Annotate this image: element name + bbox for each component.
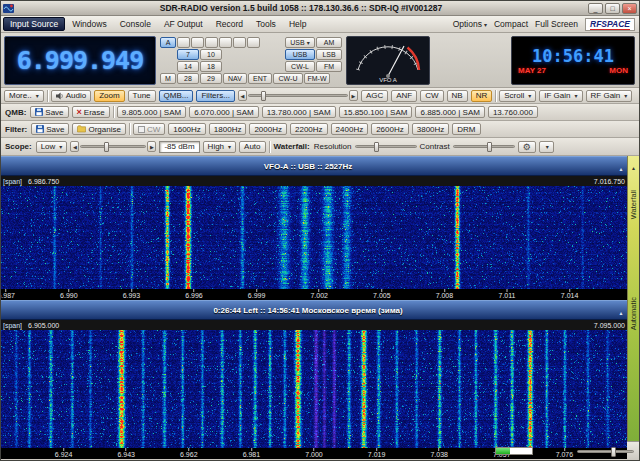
fullscreen-button[interactable]: Full Screen: [535, 19, 578, 29]
slider-thumb[interactable]: [611, 447, 616, 457]
af-gain-slider[interactable]: [577, 450, 634, 453]
collapse-up-icon[interactable]: [615, 157, 627, 175]
collapse-up-icon[interactable]: [615, 301, 627, 319]
nav-button[interactable]: NAV: [223, 73, 247, 84]
qmb-memory-button[interactable]: 15.850.100 | SAM: [339, 106, 413, 118]
waterfall2-display[interactable]: [1, 330, 627, 448]
display-options-combo[interactable]: [539, 141, 554, 153]
filter-bandwidth-button[interactable]: 2600Hz: [371, 123, 409, 135]
filter-organise-button[interactable]: Organise: [72, 123, 125, 135]
span-button[interactable]: [span]: [3, 322, 22, 329]
close-button[interactable]: ×: [622, 3, 637, 14]
nr-button[interactable]: NR: [471, 90, 493, 102]
band-10-button[interactable]: 10: [200, 49, 222, 60]
tab-help[interactable]: Help: [283, 17, 312, 31]
span-button[interactable]: [span]: [3, 178, 22, 185]
filter-drm-button[interactable]: DRM: [452, 123, 480, 135]
agc-button[interactable]: AGC: [361, 90, 388, 102]
tab-console[interactable]: Console: [114, 17, 157, 31]
filter-bandwidth-button[interactable]: 2200Hz: [290, 123, 328, 135]
mode-cwu-button[interactable]: CW-U: [273, 73, 303, 84]
filter-bandwidth-button[interactable]: 2000Hz: [249, 123, 287, 135]
mode-fm-button[interactable]: FM: [316, 61, 342, 72]
qmb-memory-button[interactable]: 13.760.000: [488, 106, 538, 118]
tune-button[interactable]: Tune: [128, 90, 156, 102]
filter-bandwidth-button[interactable]: 1600Hz: [168, 123, 206, 135]
slider-right-icon[interactable]: [349, 90, 358, 101]
contrast-slider[interactable]: [453, 145, 515, 148]
waterfall1-display[interactable]: [1, 186, 627, 289]
zoom-slider[interactable]: [238, 90, 358, 101]
filters-button[interactable]: Filters...: [196, 90, 234, 102]
filter-cw-toggle[interactable]: CW: [133, 123, 165, 135]
slider-thumb[interactable]: [487, 142, 492, 152]
qmb-memory-button[interactable]: 9.805.000 | SAM: [117, 106, 186, 118]
band-28-button[interactable]: 28: [177, 73, 199, 84]
scope-high-combo[interactable]: High: [203, 141, 236, 153]
quick-memory-button[interactable]: [177, 37, 190, 48]
mode-fmw-button[interactable]: FM-W: [304, 73, 330, 84]
filter-bandwidth-button[interactable]: 3800Hz: [412, 123, 450, 135]
quick-memory-button[interactable]: [205, 37, 218, 48]
more-menu-button[interactable]: More..: [4, 90, 44, 102]
waterfall1-frequency-scale[interactable]: 6.9876.9906.9936.9966.9997.0027.0057.008…: [1, 289, 627, 300]
enter-button[interactable]: ENT: [248, 73, 272, 84]
tab-windows[interactable]: Windows: [66, 17, 112, 31]
memory-button[interactable]: M: [160, 73, 176, 84]
qmb-memory-button[interactable]: 13.780.000 | SAM: [262, 106, 336, 118]
tab-input-source[interactable]: Input Source: [3, 17, 65, 31]
quick-memory-button[interactable]: [247, 37, 260, 48]
resolution-slider[interactable]: [355, 145, 417, 148]
qmb-save-button[interactable]: Save: [30, 106, 68, 118]
strip-up-icon[interactable]: [631, 156, 636, 174]
frequency-display[interactable]: 6.999.949: [4, 36, 156, 85]
gear-icon[interactable]: [518, 141, 536, 153]
mode-select-combo[interactable]: USB: [285, 37, 315, 48]
mode-cwl-button[interactable]: CW-L: [285, 61, 315, 72]
scroll-combo[interactable]: Scroll: [499, 90, 536, 102]
waterfall-side-strip[interactable]: Waterfall Automatic: [627, 156, 639, 441]
tab-tools[interactable]: Tools: [250, 17, 282, 31]
scope-low-combo[interactable]: Low: [36, 141, 68, 153]
filter-save-button[interactable]: Save: [31, 123, 69, 135]
qmb-memory-button[interactable]: 6.885.000 | SAM: [415, 106, 484, 118]
band-18-button[interactable]: 18: [200, 61, 222, 72]
maximize-button[interactable]: □: [605, 3, 620, 14]
slider-thumb[interactable]: [374, 142, 379, 152]
tab-record[interactable]: Record: [210, 17, 249, 31]
mode-lsb-button[interactable]: LSB: [316, 49, 342, 60]
rf-gain-combo[interactable]: RF Gain: [586, 90, 633, 102]
quick-memory-button[interactable]: [191, 37, 204, 48]
vfo-a-button[interactable]: A: [160, 37, 176, 48]
band-14-button[interactable]: 14: [177, 61, 199, 72]
slider-right-icon[interactable]: [147, 141, 156, 152]
band-7-button[interactable]: 7: [177, 49, 199, 60]
minimize-button[interactable]: _: [588, 3, 603, 14]
quick-memory-button[interactable]: [233, 37, 246, 48]
slider-left-icon[interactable]: [238, 90, 247, 101]
scope-level-slider[interactable]: [70, 141, 156, 152]
qmb-button[interactable]: QMB...: [159, 90, 194, 102]
mode-usb-button[interactable]: USB: [285, 49, 315, 60]
qmb-erase-button[interactable]: Erase: [72, 106, 110, 118]
nb-button[interactable]: NB: [447, 90, 468, 102]
audio-button[interactable]: Audio: [51, 90, 91, 102]
quick-memory-button[interactable]: [219, 37, 232, 48]
scope-auto-button[interactable]: Auto: [239, 141, 265, 153]
mode-am-button[interactable]: AM: [316, 37, 342, 48]
filter-bandwidth-button[interactable]: 2400Hz: [331, 123, 369, 135]
anf-button[interactable]: ANF: [391, 90, 417, 102]
if-gain-combo[interactable]: IF Gain: [539, 90, 582, 102]
slider-left-icon[interactable]: [70, 141, 79, 152]
band-29-button[interactable]: 29: [200, 73, 222, 84]
qmb-memory-button[interactable]: 6.070.000 | SAM: [189, 106, 258, 118]
filter-bandwidth-button[interactable]: 1800Hz: [209, 123, 247, 135]
tab-af-output[interactable]: AF Output: [158, 17, 209, 31]
options-menu[interactable]: Options: [453, 19, 487, 29]
control-panel: 6.999.949 A USB AM 7 10 USB LSB: [1, 33, 639, 88]
slider-thumb[interactable]: [261, 91, 266, 101]
zoom-button[interactable]: Zoom: [94, 90, 124, 102]
compact-button[interactable]: Compact: [494, 19, 528, 29]
slider-thumb[interactable]: [104, 142, 109, 152]
cw-button[interactable]: CW: [420, 90, 443, 102]
